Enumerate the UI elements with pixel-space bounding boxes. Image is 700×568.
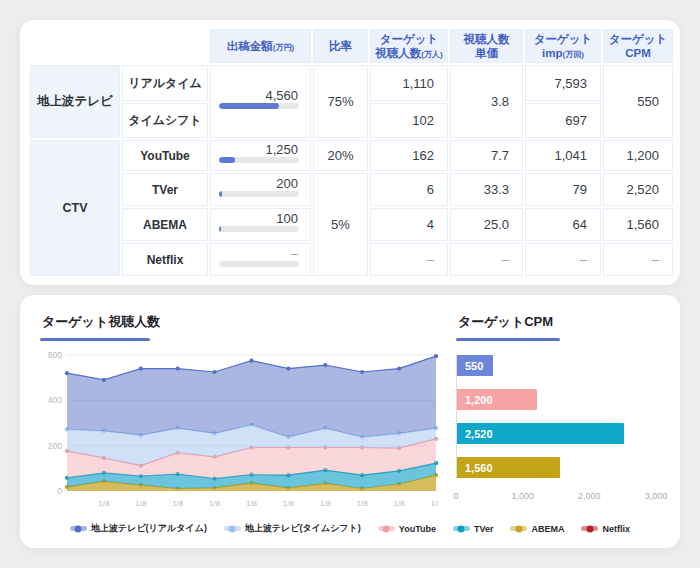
bar-value-label: 550 xyxy=(457,360,483,372)
value-cell: – xyxy=(603,243,673,276)
value-cell: – xyxy=(450,243,523,276)
value-cell: – xyxy=(525,243,601,276)
spend-cell: 4,560 xyxy=(210,65,311,138)
column-header-spend: 出稿金額(万円) xyxy=(210,29,311,63)
area-chart-title: ターゲット視聴人数 xyxy=(40,313,442,331)
legend-item[interactable]: 地上波テレビ(タイムシフト) xyxy=(224,522,361,535)
bar-chart-plot: 5501,2002,5201,560 xyxy=(456,355,656,478)
spend-bar-track xyxy=(219,191,299,197)
row-label-cell: ABEMA xyxy=(122,208,208,241)
bar-row: 1,560 xyxy=(457,457,656,478)
bar-row: 1,200 xyxy=(457,389,656,410)
value-cell: 79 xyxy=(525,173,601,206)
ratio-cell: 75% xyxy=(313,65,368,138)
legend-label: 地上波テレビ(リアルタイム) xyxy=(91,522,207,535)
bar-chart-axis: 01,0002,0003,000 xyxy=(456,491,656,504)
spend-cell: 200 xyxy=(210,173,311,206)
bar-value-label: 2,520 xyxy=(457,428,493,440)
value-cell: 1,041 xyxy=(525,140,601,171)
svg-text:0: 0 xyxy=(57,486,62,496)
column-header-viewers: ターゲット視聴人数(万人) xyxy=(370,29,448,63)
spend-value: 4,560 xyxy=(211,88,310,103)
spend-bar-track xyxy=(219,261,299,267)
bar-3: 2,520 xyxy=(457,423,624,444)
value-cell: 7.7 xyxy=(450,140,523,171)
spend-bar-fill xyxy=(219,157,235,163)
legend-label: YouTube xyxy=(399,524,436,534)
legend-marker-icon xyxy=(453,526,470,531)
bar-axis-tick: 3,000 xyxy=(645,491,668,501)
value-cell: 697 xyxy=(525,103,601,138)
legend-label: 地上波テレビ(タイムシフト) xyxy=(245,522,361,535)
value-cell: 1,200 xyxy=(603,140,673,171)
svg-text:400: 400 xyxy=(48,395,62,405)
value-cell: 3.8 xyxy=(450,65,523,138)
legend-marker-icon xyxy=(581,526,598,531)
media-plan-table: 出稿金額(万円)比率ターゲット視聴人数(万人)視聴人数単価ターゲットimp(万回… xyxy=(28,27,675,278)
value-cell: 162 xyxy=(370,140,448,171)
row-label-cell: リアルタイム xyxy=(122,65,208,101)
spend-value: – xyxy=(211,246,310,261)
value-cell: 64 xyxy=(525,208,601,241)
svg-text:1/8: 1/8 xyxy=(394,499,406,508)
legend-marker-icon xyxy=(510,526,527,531)
legend-item[interactable]: 地上波テレビ(リアルタイム) xyxy=(70,522,207,535)
legend-label: Netflix xyxy=(602,524,630,534)
value-cell: 33.3 xyxy=(450,173,523,206)
svg-text:1/8: 1/8 xyxy=(172,499,184,508)
table-row: CTVYouTube1,25020%1627.71,0411,200 xyxy=(30,140,673,171)
charts-row: ターゲット視聴人数 02004006001/81/81/81/81/81/81/… xyxy=(40,313,660,513)
row-label-cell: タイムシフト xyxy=(122,103,208,138)
svg-text:1/8: 1/8 xyxy=(135,499,147,508)
media-plan-table-card: 出稿金額(万円)比率ターゲット視聴人数(万人)視聴人数単価ターゲットimp(万回… xyxy=(20,20,680,285)
spend-value: 100 xyxy=(211,211,310,226)
legend-label: ABEMA xyxy=(531,524,564,534)
column-header-unit: 視聴人数単価 xyxy=(450,29,523,63)
value-cell: 7,593 xyxy=(525,65,601,101)
chart-legend: 地上波テレビ(リアルタイム)地上波テレビ(タイムシフト)YouTubeTVerA… xyxy=(40,522,660,535)
bar-4: 1,560 xyxy=(457,457,560,478)
spend-value: 200 xyxy=(211,176,310,191)
row-label-cell: TVer xyxy=(122,173,208,206)
legend-item[interactable]: Netflix xyxy=(581,524,630,534)
legend-label: TVer xyxy=(474,524,494,534)
bar-2: 1,200 xyxy=(457,389,537,410)
table-row: 地上波テレビリアルタイム4,56075%1,1103.87,593550 xyxy=(30,65,673,101)
svg-text:1/8: 1/8 xyxy=(209,499,221,508)
table-header-row: 出稿金額(万円)比率ターゲット視聴人数(万人)視聴人数単価ターゲットimp(万回… xyxy=(30,29,673,63)
bar-axis-tick: 2,000 xyxy=(578,491,601,501)
svg-text:1/8: 1/8 xyxy=(357,499,369,508)
bar-row: 550 xyxy=(457,355,656,376)
spend-value: 1,250 xyxy=(211,142,310,157)
column-header-ratio: 比率 xyxy=(313,29,368,63)
legend-marker-icon xyxy=(224,526,241,531)
value-cell: 102 xyxy=(370,103,448,138)
svg-text:1/8: 1/8 xyxy=(283,499,295,508)
row-group-cell: 地上波テレビ xyxy=(30,65,120,138)
legend-item[interactable]: ABEMA xyxy=(510,524,564,534)
legend-item[interactable]: TVer xyxy=(453,524,494,534)
spend-bar-fill xyxy=(219,226,221,232)
bar-title-underline xyxy=(456,338,560,341)
table-row: TVer2005%633.3792,520 xyxy=(30,173,673,206)
spend-cell: – xyxy=(210,243,311,276)
svg-text:200: 200 xyxy=(48,441,62,451)
row-group-cell: CTV xyxy=(30,140,120,276)
area-title-underline xyxy=(40,338,150,341)
row-label-cell: Netflix xyxy=(122,243,208,276)
bar-1: 550 xyxy=(457,355,493,376)
value-cell: 1,560 xyxy=(603,208,673,241)
column-header-cpm: ターゲットCPM xyxy=(603,29,673,63)
ratio-cell: 20% xyxy=(313,140,368,171)
spend-cell: 100 xyxy=(210,208,311,241)
spend-bar-fill xyxy=(219,103,279,109)
svg-text:1/8: 1/8 xyxy=(246,499,258,508)
svg-text:1/8: 1/8 xyxy=(430,499,438,508)
spend-bar-track xyxy=(219,103,299,109)
dashboard-page: 出稿金額(万円)比率ターゲット視聴人数(万人)視聴人数単価ターゲットimp(万回… xyxy=(0,20,700,548)
table-body: 地上波テレビリアルタイム4,56075%1,1103.87,593550タイムシ… xyxy=(30,65,673,276)
column-header-imp: ターゲットimp(万回) xyxy=(525,29,601,63)
legend-item[interactable]: YouTube xyxy=(378,524,436,534)
spend-bar-track xyxy=(219,226,299,232)
target-viewers-chart: ターゲット視聴人数 02004006001/81/81/81/81/81/81/… xyxy=(40,313,442,513)
